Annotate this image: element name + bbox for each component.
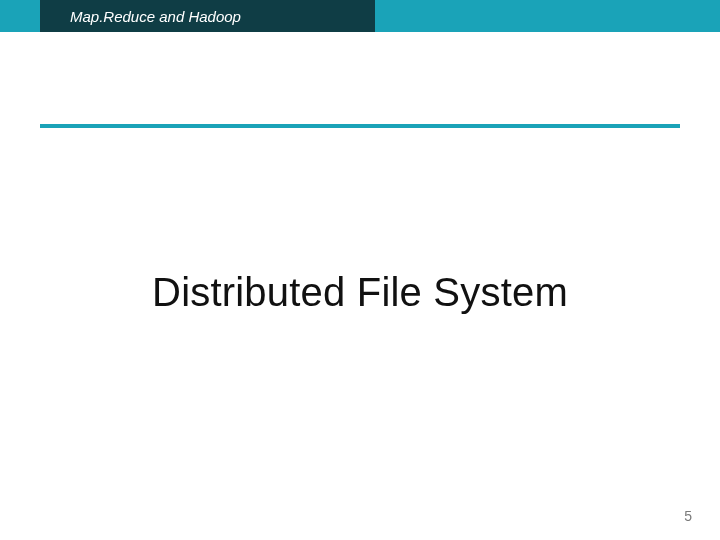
header-bar: Map.Reduce and Hadoop xyxy=(0,0,720,32)
header-topic-label: Map.Reduce and Hadoop xyxy=(70,8,241,25)
page-number: 5 xyxy=(684,508,692,524)
header-topic-box: Map.Reduce and Hadoop xyxy=(40,0,375,32)
divider-line xyxy=(40,124,680,128)
slide-title: Distributed File System xyxy=(0,270,720,315)
